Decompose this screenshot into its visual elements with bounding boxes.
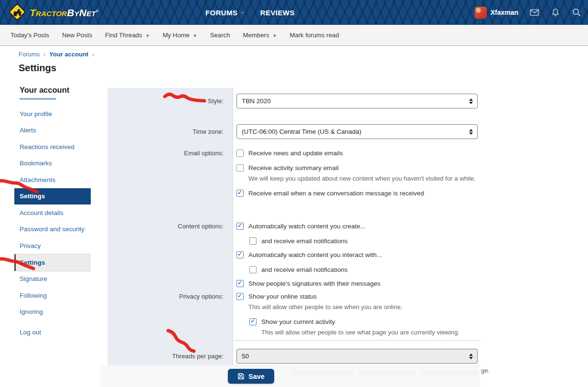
sidebar-item-alerts[interactable]: Alerts — [14, 122, 91, 139]
checkbox-description: We will keep you updated about new conte… — [248, 174, 476, 183]
time-zone-row: Time zone: (UTC-06:00) Central Time (US … — [107, 124, 480, 139]
sidebar-item-signature[interactable]: Signature — [14, 271, 91, 288]
settings-page: TractorByNet® FORUMS▾ REVIEWS Xfaxman To… — [0, 0, 588, 387]
sidebar-heading-underline — [20, 98, 56, 100]
primary-nav: FORUMS▾ REVIEWS — [205, 0, 295, 25]
forum-toolbar: Today's Posts New Posts Find Threads▼ My… — [0, 25, 588, 46]
sidebar-item-settings[interactable]: Settings — [14, 188, 91, 205]
breadcrumb-separator: › — [92, 51, 94, 58]
subnav-find-threads[interactable]: Find Threads▼ — [105, 32, 150, 39]
page-title: Settings — [19, 63, 588, 74]
save-button[interactable]: Save — [228, 369, 274, 384]
breadcrumb-your-account[interactable]: Your account — [49, 51, 88, 58]
sidebar-item-privacy[interactable]: Privacy — [14, 238, 91, 255]
checkbox[interactable] — [236, 190, 244, 197]
checkbox[interactable] — [236, 280, 244, 287]
chevron-down-icon: ▼ — [193, 33, 197, 38]
sidebar-item-your-profile[interactable]: Your profile — [14, 106, 91, 122]
style-label: Style: — [107, 94, 233, 108]
sidebar-item-password-and-security[interactable]: Password and security — [14, 221, 91, 238]
sidebar-item-settings-sub[interactable]: Settings — [14, 254, 91, 271]
checkbox-option: Show your online status This will allow … — [236, 292, 480, 312]
sidebar-item-bookmarks[interactable]: Bookmarks — [14, 155, 91, 172]
subnav-new-posts[interactable]: New Posts — [62, 32, 92, 39]
checkbox-label[interactable]: Receive email when a new conversation me… — [248, 190, 424, 197]
checkbox[interactable] — [249, 266, 257, 273]
style-select[interactable]: TBN 2020 — [236, 94, 478, 108]
checkbox-label[interactable]: Receive activity summary email — [248, 164, 339, 172]
threads-per-page-label: Threads per page: — [107, 349, 233, 364]
subnav-search[interactable]: Search — [210, 32, 230, 39]
avatar[interactable] — [475, 7, 487, 19]
checkbox-option: Receive news and update emails — [236, 149, 480, 158]
checkbox-label[interactable]: Show people's signatures with their mess… — [248, 280, 380, 287]
style-select-value: TBN 2020 — [242, 97, 271, 105]
updown-arrows-icon — [469, 354, 473, 359]
breadcrumb-separator: › — [43, 51, 45, 58]
threads-per-page-row: Threads per page: 50 — [107, 349, 480, 364]
checkbox[interactable] — [249, 237, 257, 245]
checkbox-label[interactable]: Automatically watch content you interact… — [248, 251, 382, 258]
privacy-options-label: Privacy options: — [107, 292, 233, 342]
style-row: Style: TBN 2020 — [107, 94, 480, 108]
checkbox-option: and receive email notifications — [249, 236, 480, 246]
checkbox-label[interactable]: Receive news and update emails — [248, 150, 343, 157]
mail-icon[interactable] — [530, 8, 539, 17]
breadcrumb: Forums › Your account › — [0, 46, 588, 58]
checkbox-option: Show people's signatures with their mess… — [236, 279, 480, 289]
updown-arrows-icon — [469, 129, 473, 135]
nav-reviews[interactable]: REVIEWS — [260, 9, 295, 17]
breadcrumb-forums[interactable]: Forums — [19, 51, 40, 58]
floppy-disk-icon — [237, 373, 245, 380]
save-button-label: Save — [248, 373, 265, 380]
sidebar-heading: Your account — [14, 86, 91, 95]
top-header: TractorByNet® FORUMS▾ REVIEWS Xfaxman — [0, 0, 588, 25]
sidebar-item-ignoring[interactable]: Ignoring — [14, 304, 91, 321]
checkbox[interactable] — [249, 318, 257, 325]
time-zone-select-value: (UTC-06:00) Central Time (US & Canada) — [242, 128, 362, 135]
header-user-area: Xfaxman — [475, 0, 581, 25]
search-icon[interactable] — [572, 8, 581, 17]
username-link[interactable]: Xfaxman — [491, 9, 518, 16]
chevron-down-icon: ▼ — [272, 33, 277, 38]
checkbox-label[interactable]: and receive email notifications — [261, 237, 348, 245]
threads-per-page-select[interactable]: 50 — [236, 349, 478, 364]
subnav-todays-posts[interactable]: Today's Posts — [11, 32, 49, 39]
checkbox-option: Automatically watch content you create..… — [236, 222, 480, 231]
nav-forums[interactable]: FORUMS▾ — [205, 9, 244, 17]
checkbox[interactable] — [236, 293, 244, 300]
section-divider — [233, 340, 480, 341]
email-options-label: Email options: — [107, 149, 233, 204]
sidebar-item-account-details[interactable]: Account details — [14, 204, 91, 221]
checkbox[interactable] — [236, 150, 244, 157]
settings-form: Style: TBN 2020 Time zone: (UTC-06:00) C… — [107, 88, 480, 365]
site-logo[interactable]: TractorByNet® — [8, 2, 98, 23]
sidebar-item-log-out[interactable]: Log out — [14, 324, 91, 341]
sidebar-item-following[interactable]: Following — [14, 287, 91, 304]
chevron-down-icon: ▾ — [241, 10, 244, 15]
checkbox-description: This will allow other people to see when… — [248, 302, 403, 312]
sidebar-item-attachments[interactable]: Attachments — [14, 172, 91, 188]
checkbox-label[interactable]: and receive email notifications — [261, 266, 348, 273]
tractor-sign-icon — [8, 2, 27, 23]
account-sidebar: Your account Your profile Alerts Reactio… — [14, 86, 91, 341]
time-zone-select[interactable]: (UTC-06:00) Central Time (US & Canada) — [236, 124, 478, 139]
checkbox[interactable] — [236, 251, 244, 258]
checkbox[interactable] — [236, 164, 244, 172]
bell-icon[interactable] — [551, 8, 560, 17]
checkbox-option: Automatically watch content you interact… — [236, 250, 480, 260]
content-options-row: Content options: Automatically watch con… — [107, 222, 480, 294]
checkbox-label[interactable]: Automatically watch content you create..… — [248, 223, 365, 230]
checkbox[interactable] — [236, 223, 244, 230]
threads-per-page-select-value: 50 — [242, 353, 249, 360]
site-wordmark: TractorByNet® — [30, 7, 98, 19]
privacy-options-row: Privacy options: Show your online status… — [107, 292, 480, 342]
checkbox-option: and receive email notifications — [249, 265, 480, 275]
main-content: Your account Your profile Alerts Reactio… — [0, 81, 588, 387]
sidebar-item-reactions-received[interactable]: Reactions received — [14, 139, 91, 155]
checkbox-label[interactable]: Show your online status — [248, 293, 317, 300]
subnav-my-home[interactable]: My Home▼ — [162, 32, 197, 39]
checkbox-label[interactable]: Show your current activity — [261, 318, 335, 325]
subnav-mark-forums-read[interactable]: Mark forums read — [289, 32, 339, 39]
subnav-members[interactable]: Members▼ — [243, 32, 277, 39]
